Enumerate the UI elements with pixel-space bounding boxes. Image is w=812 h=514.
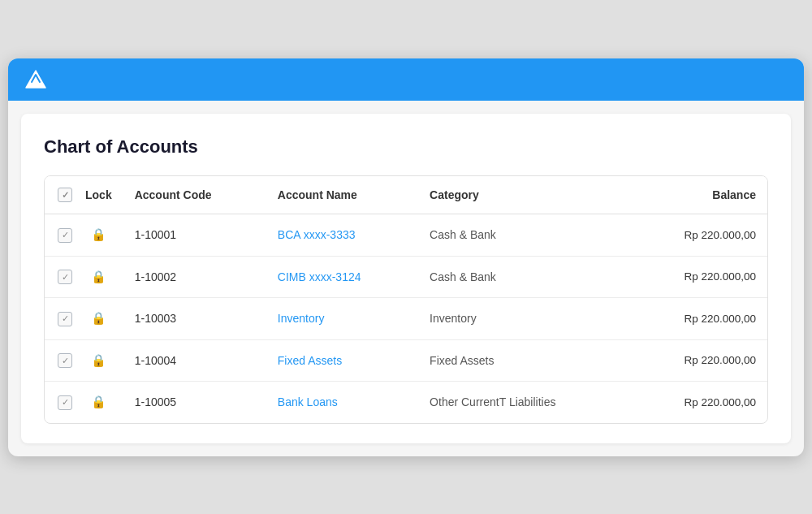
row-balance: Rp 220.000,00 xyxy=(632,339,767,382)
row-account-name[interactable]: Inventory xyxy=(266,298,418,340)
row-checkbox[interactable] xyxy=(58,270,72,284)
row-category: Other CurrentT Liabilities xyxy=(418,382,632,423)
row-checkbox-cell[interactable] xyxy=(45,298,74,340)
row-lock-cell: 🔒 xyxy=(74,256,123,298)
row-account-code: 1-10001 xyxy=(123,214,266,257)
row-checkbox[interactable] xyxy=(58,312,72,326)
row-category: Cash & Bank xyxy=(418,256,632,298)
row-balance: Rp 220.000,00 xyxy=(632,214,767,257)
row-account-code: 1-10003 xyxy=(123,298,266,340)
row-balance: Rp 220.000,00 xyxy=(632,382,767,423)
row-checkbox-cell[interactable] xyxy=(45,256,74,298)
row-category: Fixed Assets xyxy=(418,339,632,382)
row-lock-cell: 🔒 xyxy=(74,298,123,340)
row-account-code: 1-10005 xyxy=(123,382,266,423)
row-checkbox[interactable] xyxy=(58,395,72,410)
row-category: Inventory xyxy=(418,298,632,340)
account-name-link[interactable]: BCA xxxx-3333 xyxy=(278,228,356,241)
row-checkbox[interactable] xyxy=(58,228,72,243)
titlebar xyxy=(8,58,804,101)
table-row: 🔒 1-10002 CIMB xxxx-3124 Cash & Bank Rp … xyxy=(45,256,767,298)
lock-icon: 🔒 xyxy=(91,353,106,367)
row-checkbox-cell[interactable] xyxy=(45,339,74,382)
account-name-link[interactable]: CIMB xxxx-3124 xyxy=(278,270,361,283)
lock-icon: 🔒 xyxy=(91,227,106,241)
row-account-name[interactable]: Fixed Assets xyxy=(266,339,418,382)
header-checkbox[interactable] xyxy=(58,188,72,202)
lock-icon: 🔒 xyxy=(91,311,106,325)
page-title: Chart of Accounts xyxy=(44,136,768,158)
table-row: 🔒 1-10001 BCA xxxx-3333 Cash & Bank Rp 2… xyxy=(45,214,767,257)
header-checkbox-cell[interactable] xyxy=(45,176,74,214)
row-checkbox-cell[interactable] xyxy=(45,214,74,257)
table-row: 🔒 1-10005 Bank Loans Other CurrentT Liab… xyxy=(45,382,767,423)
row-balance: Rp 220.000,00 xyxy=(632,298,767,340)
row-account-code: 1-10002 xyxy=(123,256,266,298)
table-header-row: Lock Account Code Account Name Category … xyxy=(45,176,767,214)
row-account-name[interactable]: CIMB xxxx-3124 xyxy=(266,256,418,298)
table-row: 🔒 1-10003 Inventory Inventory Rp 220.000… xyxy=(45,298,767,340)
app-logo xyxy=(23,67,49,93)
row-lock-cell: 🔒 xyxy=(74,339,123,382)
lock-icon: 🔒 xyxy=(91,395,106,408)
header-category: Category xyxy=(418,176,632,214)
row-category: Cash & Bank xyxy=(418,214,632,257)
account-name-link[interactable]: Fixed Assets xyxy=(278,354,342,367)
row-account-code: 1-10004 xyxy=(123,339,266,382)
header-lock: Lock xyxy=(74,176,123,214)
main-content: Chart of Accounts Lock Account Code Acco… xyxy=(21,114,791,443)
row-account-name[interactable]: BCA xxxx-3333 xyxy=(266,214,418,257)
table-body: 🔒 1-10001 BCA xxxx-3333 Cash & Bank Rp 2… xyxy=(45,214,767,423)
app-window: Chart of Accounts Lock Account Code Acco… xyxy=(8,58,804,456)
header-balance: Balance xyxy=(632,176,767,214)
table-row: 🔒 1-10004 Fixed Assets Fixed Assets Rp 2… xyxy=(45,339,767,382)
account-name-link[interactable]: Inventory xyxy=(278,312,325,325)
accounts-table-container: Lock Account Code Account Name Category … xyxy=(44,175,768,424)
lock-icon: 🔒 xyxy=(91,270,106,283)
row-checkbox-cell[interactable] xyxy=(45,382,74,423)
row-lock-cell: 🔒 xyxy=(74,382,123,423)
row-lock-cell: 🔒 xyxy=(74,214,123,257)
accounts-table: Lock Account Code Account Name Category … xyxy=(45,176,767,423)
header-account-name: Account Name xyxy=(266,176,418,214)
account-name-link[interactable]: Bank Loans xyxy=(278,395,338,408)
row-account-name[interactable]: Bank Loans xyxy=(266,382,418,423)
header-account-code: Account Code xyxy=(123,176,266,214)
row-balance: Rp 220.000,00 xyxy=(632,256,767,298)
row-checkbox[interactable] xyxy=(58,353,72,368)
